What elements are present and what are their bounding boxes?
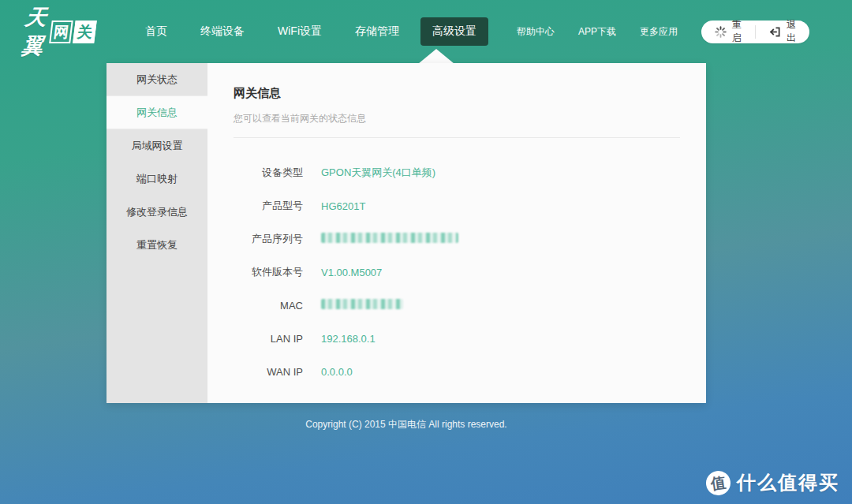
- info-row: 软件版本号V1.00.M5007: [234, 256, 680, 289]
- logo-box-char-1: 网: [49, 21, 73, 43]
- info-row: 产品型号HG6201T: [234, 189, 680, 222]
- smzdm-badge-icon: 值: [704, 469, 732, 496]
- info-row-label: 软件版本号: [234, 265, 303, 279]
- info-row-value: [321, 233, 458, 245]
- sidebar-item-0[interactable]: 网关状态: [106, 63, 207, 96]
- restart-button[interactable]: 重启: [701, 21, 755, 43]
- info-row-value: 0.0.0.0: [321, 366, 353, 378]
- info-row-value: 192.168.0.1: [321, 333, 376, 345]
- sidebar-item-2[interactable]: 局域网设置: [106, 129, 207, 162]
- sidebar-item-4[interactable]: 修改登录信息: [106, 196, 207, 229]
- header-link-1[interactable]: APP下载: [578, 25, 616, 39]
- nav-item-4-active[interactable]: 高级设置: [420, 17, 488, 46]
- info-row-label: 产品序列号: [234, 232, 303, 246]
- content-area: 网关信息 您可以查看当前网关的状态信息 设备类型GPON天翼网关(4口单频)产品…: [207, 63, 706, 403]
- info-row-value: HG6201T: [321, 200, 365, 212]
- settings-panel: 网关状态网关信息局域网设置端口映射修改登录信息重置恢复 网关信息 您可以查看当前…: [106, 63, 706, 403]
- restart-button-label: 重启: [732, 18, 742, 45]
- sidebar-item-5[interactable]: 重置恢复: [106, 229, 207, 262]
- smzdm-watermark-text: 什么值得买: [737, 470, 839, 495]
- header-link-2[interactable]: 更多应用: [640, 25, 678, 39]
- sidebar-item-1-active[interactable]: 网关信息: [106, 96, 207, 129]
- logout-button-label: 退出: [787, 18, 796, 45]
- logout-icon: [769, 26, 781, 38]
- info-row-label: WAN IP: [234, 366, 303, 378]
- copyright-footer: Copyright (C) 2015 中国电信 All rights reser…: [106, 418, 706, 431]
- sidebar-item-3[interactable]: 端口映射: [106, 162, 207, 196]
- info-row-value: GPON天翼网关(4口单频): [321, 166, 435, 180]
- info-row-label: 产品型号: [234, 199, 303, 213]
- info-row-label: LAN IP: [234, 333, 303, 345]
- header-link-0[interactable]: 帮助中心: [517, 25, 555, 39]
- tianyi-gateway-logo[interactable]: 天翼 网 关: [21, 3, 99, 60]
- logo-box-char-2: 关: [73, 21, 97, 43]
- info-row-label: 设备类型: [234, 166, 303, 180]
- gateway-info-rows: 设备类型GPON天翼网关(4口单频)产品型号HG6201T产品序列号软件版本号V…: [234, 156, 680, 388]
- header-links: 帮助中心APP下载更多应用: [493, 25, 678, 39]
- smzdm-watermark: 值 什么值得买: [706, 470, 839, 495]
- info-row-value: V1.00.M5007: [321, 267, 382, 278]
- nav-item-2[interactable]: WiFi设置: [266, 17, 334, 46]
- info-row: LAN IP192.168.0.1: [234, 322, 680, 355]
- sidebar: 网关状态网关信息局域网设置端口映射修改登录信息重置恢复: [106, 63, 207, 403]
- nav-item-0[interactable]: 首页: [133, 17, 179, 46]
- header-action-pill: 重启 退出: [701, 21, 809, 43]
- nav-item-3[interactable]: 存储管理: [343, 17, 411, 46]
- page-subtitle: 您可以查看当前网关的状态信息: [234, 112, 680, 125]
- redacted-value: [321, 299, 403, 309]
- info-row-label: MAC: [234, 300, 303, 312]
- logout-button[interactable]: 退出: [756, 21, 809, 43]
- info-row-value: [321, 299, 403, 312]
- top-nav: 首页终端设备WiFi设置存储管理高级设置: [129, 17, 493, 46]
- info-row: 产品序列号: [234, 222, 680, 256]
- info-row: WAN IP0.0.0.0: [234, 355, 680, 388]
- title-divider: [234, 137, 680, 138]
- restart-spinner-icon: [715, 26, 727, 38]
- info-row: 设备类型GPON天翼网关(4口单频): [234, 156, 680, 189]
- info-row: MAC: [234, 289, 680, 322]
- active-tab-arrow: [418, 49, 454, 64]
- logo-text-main: 天翼: [21, 3, 50, 60]
- redacted-value: [321, 233, 458, 243]
- page-title: 网关信息: [234, 86, 680, 101]
- nav-item-1[interactable]: 终端设备: [189, 17, 256, 46]
